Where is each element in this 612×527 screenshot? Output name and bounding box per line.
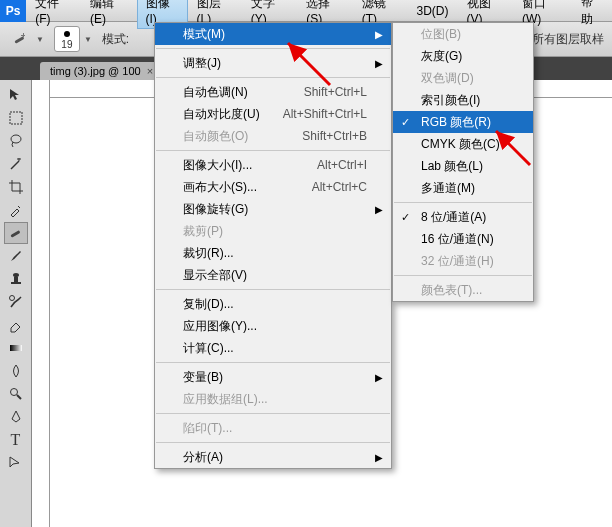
- vertical-ruler: [32, 80, 50, 527]
- menu-3d[interactable]: 3D(D): [408, 1, 458, 21]
- image-menu-dropdown: 模式(M)▶ 调整(J)▶ 自动色调(N)Shift+Ctrl+L 自动对比度(…: [154, 22, 392, 469]
- menu-auto-contrast[interactable]: 自动对比度(U)Alt+Shift+Ctrl+L: [155, 103, 391, 125]
- type-tool-icon[interactable]: T: [4, 429, 28, 451]
- svg-point-11: [10, 389, 17, 396]
- blur-tool-icon[interactable]: [4, 360, 28, 382]
- separator: [156, 413, 390, 414]
- marquee-tool-icon[interactable]: [4, 107, 28, 129]
- brush-tool-icon[interactable]: [4, 245, 28, 267]
- healing-tool-icon[interactable]: [4, 222, 28, 244]
- wand-tool-icon[interactable]: [4, 153, 28, 175]
- menu-reveal-all[interactable]: 显示全部(V): [155, 264, 391, 286]
- stamp-tool-icon[interactable]: [4, 268, 28, 290]
- mode-label: 模式:: [102, 31, 129, 48]
- separator: [156, 442, 390, 443]
- dodge-tool-icon[interactable]: [4, 383, 28, 405]
- mode-duotone: 双色调(D): [393, 67, 533, 89]
- mode-color-table: 颜色表(T)...: [393, 279, 533, 301]
- mode-multichannel[interactable]: 多通道(M): [393, 177, 533, 199]
- menu-bar: Ps 文件(F) 编辑(E) 图像(I) 图层(L) 文字(Y) 选择(S) 滤…: [0, 0, 612, 22]
- svg-rect-10: [10, 345, 22, 351]
- mode-32bit: 32 位/通道(H): [393, 250, 533, 272]
- separator: [394, 202, 532, 203]
- history-brush-icon[interactable]: [4, 291, 28, 313]
- document-tab[interactable]: timg (3).jpg @ 100 ×: [40, 62, 163, 80]
- svg-rect-7: [14, 277, 18, 282]
- svg-rect-0: [14, 36, 24, 44]
- separator: [156, 77, 390, 78]
- svg-rect-5: [10, 230, 20, 238]
- move-tool-icon[interactable]: [4, 84, 28, 106]
- ps-logo: Ps: [0, 0, 26, 22]
- healing-brush-icon[interactable]: [8, 28, 32, 50]
- check-icon: ✓: [401, 211, 410, 224]
- menu-help[interactable]: 帮助: [572, 0, 612, 31]
- mode-rgb[interactable]: ✓RGB 颜色(R): [393, 111, 533, 133]
- svg-point-4: [11, 135, 21, 143]
- menu-variables[interactable]: 变量(B)▶: [155, 366, 391, 388]
- separator: [156, 362, 390, 363]
- submenu-arrow-icon: ▶: [375, 372, 383, 383]
- gradient-tool-icon[interactable]: [4, 337, 28, 359]
- svg-point-9: [9, 296, 14, 301]
- mode-16bit[interactable]: 16 位/通道(N): [393, 228, 533, 250]
- eyedropper-tool-icon[interactable]: [4, 199, 28, 221]
- mode-submenu: 位图(B) 灰度(G) 双色调(D) 索引颜色(I) ✓RGB 颜色(R) CM…: [392, 22, 534, 302]
- mode-bitmap: 位图(B): [393, 23, 533, 45]
- separator: [156, 48, 390, 49]
- submenu-arrow-icon: ▶: [375, 204, 383, 215]
- check-icon: ✓: [401, 116, 410, 129]
- path-tool-icon[interactable]: [4, 452, 28, 474]
- svg-rect-3: [10, 112, 22, 124]
- separator: [156, 150, 390, 151]
- menu-crop: 裁剪(P): [155, 220, 391, 242]
- tab-title: timg (3).jpg @ 100: [50, 65, 141, 77]
- menu-analysis[interactable]: 分析(A)▶: [155, 446, 391, 468]
- menu-image-rotation[interactable]: 图像旋转(G)▶: [155, 198, 391, 220]
- mode-lab[interactable]: Lab 颜色(L): [393, 155, 533, 177]
- menu-trap: 陷印(T)...: [155, 417, 391, 439]
- menu-auto-color: 自动颜色(O)Shift+Ctrl+B: [155, 125, 391, 147]
- submenu-arrow-icon: ▶: [375, 58, 383, 69]
- lasso-tool-icon[interactable]: [4, 130, 28, 152]
- menu-adjustments[interactable]: 调整(J)▶: [155, 52, 391, 74]
- svg-rect-6: [11, 282, 21, 284]
- chevron-down-icon[interactable]: ▼: [36, 35, 44, 44]
- menu-duplicate[interactable]: 复制(D)...: [155, 293, 391, 315]
- svg-point-8: [13, 273, 19, 277]
- chevron-down-icon[interactable]: ▼: [84, 35, 92, 44]
- mode-cmyk[interactable]: CMYK 颜色(C): [393, 133, 533, 155]
- mode-8bit[interactable]: ✓8 位/通道(A): [393, 206, 533, 228]
- menu-edit[interactable]: 编辑(E): [81, 0, 136, 29]
- brush-preview[interactable]: 19: [54, 26, 80, 52]
- brush-size-value: 19: [61, 39, 72, 50]
- close-icon[interactable]: ×: [147, 65, 153, 77]
- menu-trim[interactable]: 裁切(R)...: [155, 242, 391, 264]
- pen-tool-icon[interactable]: [4, 406, 28, 428]
- separator: [394, 275, 532, 276]
- menu-file[interactable]: 文件(F): [26, 0, 81, 29]
- mode-grayscale[interactable]: 灰度(G): [393, 45, 533, 67]
- menu-mode[interactable]: 模式(M)▶: [155, 23, 391, 45]
- mode-indexed[interactable]: 索引颜色(I): [393, 89, 533, 111]
- menu-calculations[interactable]: 计算(C)...: [155, 337, 391, 359]
- eraser-tool-icon[interactable]: [4, 314, 28, 336]
- svg-rect-2: [21, 35, 25, 36]
- menu-canvas-size[interactable]: 画布大小(S)...Alt+Ctrl+C: [155, 176, 391, 198]
- crop-tool-icon[interactable]: [4, 176, 28, 198]
- menu-image-size[interactable]: 图像大小(I)...Alt+Ctrl+I: [155, 154, 391, 176]
- menu-apply-image[interactable]: 应用图像(Y)...: [155, 315, 391, 337]
- menu-datasets: 应用数据组(L)...: [155, 388, 391, 410]
- submenu-arrow-icon: ▶: [375, 452, 383, 463]
- submenu-arrow-icon: ▶: [375, 29, 383, 40]
- menu-auto-tone[interactable]: 自动色调(N)Shift+Ctrl+L: [155, 81, 391, 103]
- tool-palette: T: [0, 80, 32, 527]
- separator: [156, 289, 390, 290]
- brush-dot-icon: [64, 31, 70, 37]
